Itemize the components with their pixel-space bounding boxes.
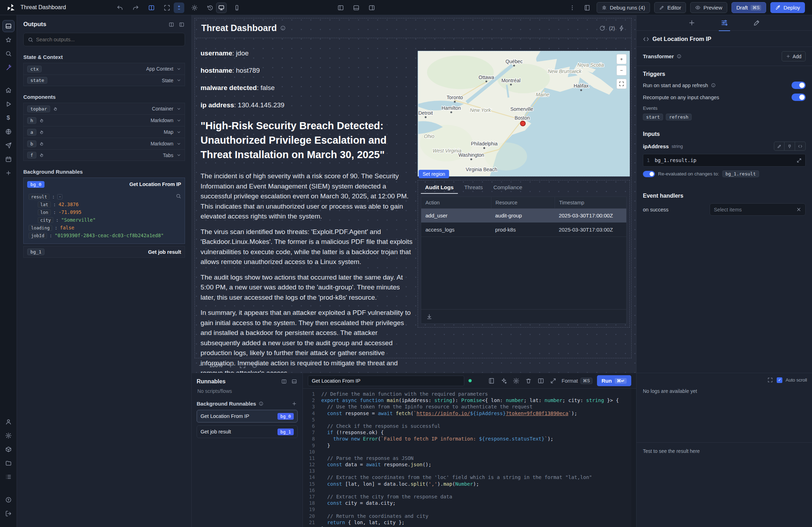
deploy-button[interactable]: Deploy xyxy=(770,2,805,13)
trigger-start-toggle[interactable] xyxy=(792,82,806,89)
insert-component-tab[interactable] xyxy=(685,15,699,31)
code-line[interactable]: 15 const [lat, lon] = data.loc.split(','… xyxy=(303,481,636,487)
code-line[interactable]: 11 // Parse the response as JSON xyxy=(303,455,636,461)
zoom-out-button[interactable] xyxy=(197,361,205,369)
markdown-component[interactable]: username: jdoehostname: host789malware d… xyxy=(201,49,416,373)
runnables-layout-button[interactable] xyxy=(281,378,287,385)
on-success-select[interactable]: Select items xyxy=(710,203,806,216)
info-icon[interactable] xyxy=(259,401,263,406)
toggle-left-panel-button[interactable] xyxy=(335,2,346,13)
component-row[interactable]: bMarkdown xyxy=(23,138,185,149)
runnables-collapse-button[interactable] xyxy=(291,378,298,385)
expand-editor-button[interactable] xyxy=(549,377,557,385)
hand-pointer-icon[interactable] xyxy=(53,107,58,111)
add-transformer-button[interactable]: Add xyxy=(782,51,806,61)
draft-button[interactable]: Draft ⌘S xyxy=(732,2,766,13)
desktop-view-button[interactable] xyxy=(216,2,227,13)
code-line[interactable]: 6 // Check if the response is successful xyxy=(303,423,636,429)
eval-mode-button[interactable] xyxy=(795,142,806,151)
app-canvas[interactable]: Threat Dashboard (2) username: jdoehostn… xyxy=(192,15,636,373)
map-marker[interactable] xyxy=(520,121,525,126)
code-line[interactable]: 13 xyxy=(303,468,636,474)
rail-help-item[interactable] xyxy=(2,494,14,506)
column-header[interactable]: Resource xyxy=(491,197,555,208)
tab-compliance[interactable]: Compliance xyxy=(489,182,527,194)
chevron-down-icon[interactable] xyxy=(177,130,181,134)
rail-home-item[interactable] xyxy=(2,84,14,96)
refresh-icon[interactable] xyxy=(599,25,605,31)
chevron-down-icon[interactable] xyxy=(177,142,181,146)
event-chip-start[interactable]: start xyxy=(643,114,663,120)
rail-ai-item[interactable] xyxy=(2,61,14,73)
table-row[interactable]: access_logsprod-k8s2025-03-30T17:03:00Z xyxy=(421,223,626,237)
more-menu-button[interactable] xyxy=(567,2,578,13)
info-icon[interactable] xyxy=(711,83,716,88)
format-button[interactable]: Format ⌘S xyxy=(562,378,592,384)
rail-triggers-item[interactable] xyxy=(2,139,14,151)
chevron-down-icon[interactable] xyxy=(177,107,181,111)
delete-runnable-button[interactable] xyxy=(525,377,532,385)
split-editor-button[interactable] xyxy=(537,377,545,385)
info-icon[interactable] xyxy=(280,25,286,31)
debug-runs-button[interactable]: Debug runs (4) xyxy=(597,2,650,13)
json-key[interactable]: result xyxy=(29,194,49,200)
fit-canvas-button[interactable] xyxy=(239,361,246,369)
component-row[interactable]: topbarContainer xyxy=(23,103,185,114)
code-line[interactable]: 4 const response = await fetch(`https://… xyxy=(303,410,636,417)
code-line[interactable]: 20 // Return the coordinates and city xyxy=(303,513,636,519)
editor-scrollbar[interactable] xyxy=(631,389,636,527)
rail-search-item[interactable] xyxy=(2,48,14,60)
expand-logs-button[interactable] xyxy=(767,377,774,383)
editor-settings-button[interactable] xyxy=(512,377,520,385)
history-button[interactable] xyxy=(205,2,215,13)
app-titlebar-component[interactable]: Threat Dashboard (2) xyxy=(195,18,631,38)
hand-pointer-icon[interactable] xyxy=(40,153,44,157)
auto-scroll-checkbox[interactable]: ✓ xyxy=(777,377,782,383)
info-icon[interactable] xyxy=(677,54,681,59)
map-expand-button[interactable] xyxy=(616,79,627,89)
json-key[interactable]: loading xyxy=(29,225,52,231)
code-line[interactable]: 18 const city = data.city; xyxy=(303,500,636,506)
hand-pointer-icon[interactable] xyxy=(40,118,44,123)
runnable-item[interactable]: Get Location From IPbg_0 xyxy=(197,410,298,423)
styling-tab[interactable] xyxy=(750,15,764,31)
chevron-down-icon[interactable] xyxy=(177,118,181,123)
hand-pointer-icon[interactable] xyxy=(40,142,44,146)
code-line[interactable]: 5 xyxy=(303,417,636,423)
clear-icon[interactable] xyxy=(796,207,801,212)
editor-button[interactable]: Editor xyxy=(654,2,686,13)
rail-schedules-item[interactable] xyxy=(2,153,14,165)
code-line[interactable]: 21 return { lon, lat, city }; xyxy=(303,519,636,526)
rail-settings-item[interactable] xyxy=(2,430,14,442)
toggle-right-panel-button[interactable] xyxy=(366,2,377,13)
code-line[interactable]: 3 // Use the token from the Ipinfo resou… xyxy=(303,403,636,410)
code-line[interactable]: 19 xyxy=(303,506,636,513)
state-context-row[interactable]: stateState xyxy=(23,74,185,86)
theme-button[interactable] xyxy=(189,2,200,13)
column-header[interactable]: Timestamp xyxy=(555,197,626,208)
outputs-layout-button[interactable] xyxy=(168,21,175,28)
run-button[interactable]: Run ⌘↵ xyxy=(597,375,631,386)
rail-resources-list-item[interactable] xyxy=(2,471,14,483)
add-runnable-button[interactable] xyxy=(291,400,298,407)
rail-favorites-item[interactable] xyxy=(2,34,14,46)
outputs-collapse-button[interactable] xyxy=(178,21,185,28)
code-line[interactable]: 14 // Extract the coordinates from the '… xyxy=(303,474,636,480)
column-header[interactable]: Action xyxy=(421,197,491,208)
code-line[interactable]: 8 throw new Error(`Failed to fetch IP in… xyxy=(303,436,636,442)
rail-workspace-item[interactable] xyxy=(2,443,14,455)
map-zoom-in-button[interactable]: + xyxy=(616,54,627,64)
component-row[interactable]: hMarkdown xyxy=(23,114,185,126)
bg0-output-row[interactable]: bg_0 Get Location From IP xyxy=(24,178,185,191)
code-line[interactable]: 22} xyxy=(303,526,636,527)
reeval-dependency-badge[interactable]: bg_1.result xyxy=(722,170,759,177)
chevron-down-icon[interactable] xyxy=(177,153,181,157)
chevron-down-icon[interactable] xyxy=(177,78,181,83)
bg1-output-row[interactable]: bg_1 Get job result xyxy=(23,246,185,258)
expand-icon[interactable] xyxy=(796,158,802,163)
rail-users-item[interactable] xyxy=(2,416,14,428)
code-line[interactable]: 7 if (!response.ok) { xyxy=(303,429,636,436)
ai-assist-button[interactable] xyxy=(500,377,508,385)
tab-audit-logs[interactable]: Audit Logs xyxy=(421,182,458,194)
json-key[interactable]: lat xyxy=(38,202,51,208)
